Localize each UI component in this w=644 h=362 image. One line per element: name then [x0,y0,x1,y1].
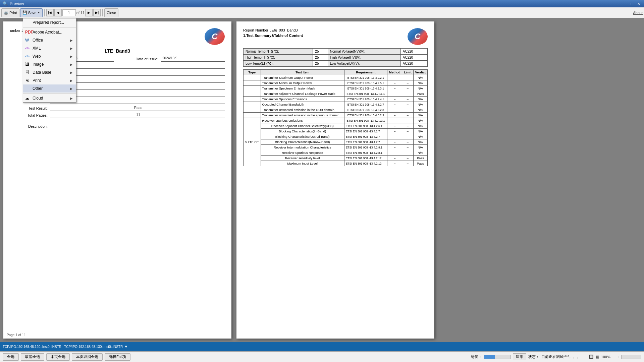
zoom-icon-decrease[interactable]: 🔲 [589,355,594,359]
right-report-number: Report Number:LE6j_003_Band3 [243,28,303,32]
menu-image-arrow: ▶ [70,63,73,66]
address-value [50,84,225,90]
table-cell: N/A [413,97,427,102]
zoom-icon-grid[interactable]: ▦ [596,355,599,359]
table-cell: Transmitter Maximum Output Power [261,75,344,80]
print-menu-icon: 🖨 [25,78,29,83]
menu-xml[interactable]: </> XML ▶ [23,44,76,52]
minimize-button[interactable]: ─ [623,1,628,6]
close-preview-button[interactable]: Close [104,8,118,17]
menu-office[interactable]: W Office ▶ [23,36,76,44]
table-cell: N/A [413,102,427,107]
table-cell: AC220 [400,49,427,55]
right-section-title: 1.Test Summary&Table of Content [243,34,303,38]
menu-print-arrow: ▶ [70,79,73,82]
table-cell: N/A [413,80,427,86]
status-tcp2: TCP/IPO:192.168.48.130::Inst0::INSTR [64,345,123,349]
table-cell: High Temp(HT)(℃): [244,55,313,61]
product-type-value [50,70,225,76]
scrollbar-indicator[interactable] [621,355,641,359]
next-page-button[interactable]: ▶ [85,9,93,16]
page-deselect-button[interactable]: 本页取消全选 [72,353,103,361]
zoom-decrease-btn[interactable]: ─ [612,355,615,359]
page-select-button[interactable]: 本页全选 [46,353,70,361]
menu-image[interactable]: 🖼 Image ▶ [23,60,76,68]
table-cell: AC220 [400,55,427,61]
menu-adobe-acrobat[interactable]: PDF Adobe Acrobat... [23,28,76,36]
form-row-total-pages: Total Pages: 11 [10,113,225,118]
menu-web-arrow: ▶ [70,55,73,58]
table-row: Receiver Adjacent Channel Selectivity(AC… [244,123,428,129]
table-cell-type [244,113,261,118]
test-result-label: Test Result: [10,106,50,110]
close-button[interactable]: ✕ [636,1,641,6]
menu-print[interactable]: 🖨 Print ▶ [23,76,76,84]
table-cell: N/A [413,123,427,129]
page-number-input[interactable] [62,9,76,16]
applicant-value [50,77,225,83]
table-row: Transmitter Adjacent Channel Leakage Pow… [244,91,428,97]
first-page-button[interactable]: |◀ [46,9,54,16]
status-bar: TCP/IPO:192.168.48.120::Inst0::INSTR TCP… [0,342,644,351]
select-fail-button[interactable]: 选择Fail项 [105,353,130,361]
table-cell: ETSI EN 301 908 -13 4.2.7 [344,129,387,134]
menu-cloud[interactable]: ☁ Cloud ▶ [23,94,76,102]
menu-database[interactable]: 🗄 Data Base ▶ [23,68,76,76]
status-value: 目前正在测试****。。。 [541,354,580,359]
table-cell: Blocking Characteristics(Narrow-Band) [261,139,344,145]
table-cell: – [387,139,402,145]
right-page-panel: Report Number:LE6j_003_Band3 1.Test Summ… [236,21,434,339]
menu-prepared-report[interactable]: Prepared report... [23,18,76,26]
status-expand-btn[interactable]: ▼ [124,345,128,349]
table-cell: AC220 [400,61,427,67]
prev-page-button[interactable]: ◀ [54,9,62,16]
table-row: Transmitter unwanted emission in the OOB… [244,107,428,113]
toolbar-separator-1 [44,9,45,16]
table-cell-type [244,97,261,102]
table-cell: ETSI EN 301 908 -13 4.2.5.1 [344,80,387,86]
table-cell: – [402,91,413,97]
save-dropdown-menu: Prepared report... PDF Adobe Acrobat... … [23,18,76,103]
save-button[interactable]: 💾 Save ▼ [20,8,43,17]
menu-other[interactable]: Other ▶ [23,84,76,93]
table-cell: Receiver spurious emissions [261,118,344,123]
table-cell: Normal Voltage(NV)(V): [328,49,400,55]
status-label: 状态： [528,354,539,359]
print-button[interactable]: 🖨️ Print [1,8,19,17]
zoom-increase-btn[interactable]: + [617,355,619,359]
table-cell: ETSI EN 301 908 -13 4.2.4.1 [344,97,387,102]
menu-cloud-arrow: ▶ [70,97,73,100]
table-row: Blocking Characteristics(In-Band)ETSI EN… [244,129,428,134]
menu-web[interactable]: </> Web ▶ [23,52,76,60]
page-total: of 11 [76,11,85,15]
test-result-value: Pass [50,106,225,111]
menu-other-arrow: ▶ [70,87,73,90]
bottom-right-area: 进度： 应用 状态： 目前正在测试****。。。 🔲 ▦ 100% ─ + [471,353,642,360]
table-cell: – [387,145,402,150]
select-all-button[interactable]: 全选 [3,353,19,361]
last-page-button[interactable]: ▶| [93,9,101,16]
menu-separator-2 [23,93,76,94]
deselect-all-button[interactable]: 取消全选 [21,353,44,361]
table-cell: N/A [413,75,427,80]
table-cell: ETSI EN 301 908 -13 4.2.12 [344,156,387,161]
table-cell: – [387,156,402,161]
apply-btn[interactable]: 应用 [513,353,526,360]
table-cell: N/A [413,129,427,134]
table-cell: ETSI EN 301 908 -13 4.3.2.9 [344,113,387,118]
about-link[interactable]: About [633,11,643,15]
table-cell: – [387,97,402,102]
toolbar-separator-2 [102,9,103,16]
table-cell: Low Voltage(LV)(V): [328,61,400,67]
app-title: Preview [10,1,24,6]
table-cell: ETSI EN 301 908 -13 4.3.2.7 [344,102,387,107]
table-cell: High Voltage(HV)(V): [328,55,400,61]
form-row-test-result: Test Result: Pass [10,106,225,111]
table-row: Transmitter unwanted emission in the spu… [244,113,428,118]
right-logo: C [408,28,428,45]
form-row-description: Description: [10,120,225,133]
table-cell: Transmitter unwanted emission in the spu… [261,113,344,118]
table-row: Blocking Characteristics(Out-Of-Band)ETS… [244,134,428,139]
table-cell: – [402,150,413,156]
maximize-button[interactable]: □ [629,1,635,6]
